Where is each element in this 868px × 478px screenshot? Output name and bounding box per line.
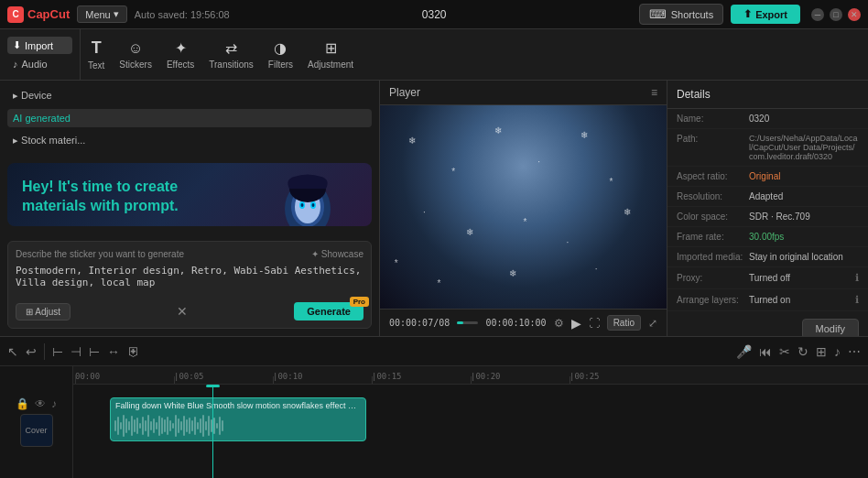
gap-tool[interactable]: ↔: [107, 344, 120, 359]
ratio-button[interactable]: Ratio: [607, 315, 641, 331]
playhead[interactable]: [212, 385, 213, 478]
waveform-bar: [150, 421, 152, 430]
ai-generated-nav-item[interactable]: AI generated: [7, 109, 372, 127]
waveform-bar: [131, 416, 133, 436]
svg-point-6: [312, 203, 315, 207]
logo-icon: C: [7, 6, 24, 23]
play-button[interactable]: ▶: [571, 316, 581, 331]
top-bar: C CapCut Menu ▾ Auto saved: 19:56:08 032…: [0, 0, 868, 29]
menu-button[interactable]: Menu ▾: [77, 5, 127, 23]
framerate-value: 30.00fps: [749, 232, 859, 242]
import-tab[interactable]: ⬇ Import: [7, 37, 72, 54]
arrange-info-icon[interactable]: ℹ: [855, 294, 859, 306]
text-tool[interactable]: T Text: [88, 38, 104, 71]
waveform-bar: [175, 415, 177, 437]
aspect-value: Original: [749, 171, 859, 181]
close-button[interactable]: ✕: [848, 8, 861, 21]
stickers-tool[interactable]: ☺ Stickers: [119, 40, 152, 70]
snowflakes-overlay: ❄ * ❄ · ❄ * · ❄ * · ❄ * ❄ · *: [380, 105, 667, 309]
maximize-button[interactable]: □: [830, 8, 842, 21]
video-clip[interactable]: Falling down White Blue Smooth slow moti…: [110, 397, 366, 441]
audio-label: Audio: [22, 59, 48, 70]
tl-more-btn[interactable]: ⋯: [848, 344, 861, 359]
shortcuts-label: Shortcuts: [671, 9, 713, 20]
detail-path-row: Path: C:/Users/Neha/AppData/Local/CapCut…: [667, 129, 868, 167]
transitions-tool[interactable]: ⇄ Transitions: [209, 39, 254, 70]
timeline-tracks: Falling down White Blue Smooth slow moti…: [73, 385, 868, 478]
eye-icon[interactable]: 👁: [35, 397, 46, 410]
device-nav-item[interactable]: ▸ Device: [7, 86, 372, 105]
tl-split-btn[interactable]: ⊞: [816, 344, 827, 359]
audio-track-icon[interactable]: ♪: [51, 397, 57, 410]
ruler-mark-25: |00:25: [570, 372, 600, 381]
trim-right-tool[interactable]: ⊢: [89, 344, 100, 359]
settings-icon[interactable]: ⚙: [554, 317, 564, 330]
export-label: Export: [755, 9, 787, 20]
adjustment-tool[interactable]: ⊞ Adjustment: [308, 39, 353, 70]
waveform-bar: [169, 420, 171, 431]
mic-btn[interactable]: 🎤: [736, 344, 752, 359]
export-button[interactable]: ⬆ Export: [731, 5, 800, 24]
time-current: 00:00:07/08: [389, 318, 450, 328]
prompt-input[interactable]: Postmodern, Interior design, Retro, Wabi…: [16, 265, 363, 294]
proxy-info-icon[interactable]: ℹ: [855, 272, 859, 284]
cursor-tool[interactable]: ↖: [7, 344, 18, 359]
waveform-bar: [194, 417, 196, 435]
stickers-label: Stickers: [119, 60, 152, 70]
waveform-bar: [123, 415, 125, 437]
trim-left-tool[interactable]: ⊣: [71, 344, 81, 359]
audio-tab[interactable]: ♪ Audio: [7, 56, 72, 72]
bottom-timeline: ↖ ↩ ⊢ ⊣ ⊢ ↔ ⛨ 🎤 ⏮ ✂ ↻ ⊞ ♪ ⋯ 🔒 👁 ♪ Cover: [0, 336, 868, 478]
ruler-line-0: [75, 376, 76, 384]
robot-illustration: [253, 163, 363, 226]
shield-tool[interactable]: ⛨: [127, 344, 140, 359]
shortcuts-button[interactable]: ⌨ Shortcuts: [639, 4, 723, 25]
ruler-mark-10: |00:10: [273, 372, 303, 381]
generate-button[interactable]: Generate Pro: [294, 302, 363, 320]
waveform-bar: [142, 417, 144, 435]
adjust-button[interactable]: ⊞ Adjust: [16, 303, 71, 320]
showcase-link[interactable]: ✦ Showcase: [311, 249, 363, 259]
fullscreen-icon[interactable]: ⤢: [648, 317, 657, 330]
ruler-mark-0: 00:00: [75, 372, 100, 381]
waveform-bar: [139, 423, 141, 429]
minimize-button[interactable]: ─: [811, 8, 824, 21]
tl-cut-btn[interactable]: ✂: [779, 344, 790, 359]
text-icon: T: [92, 38, 102, 58]
clear-icon[interactable]: ✕: [177, 304, 188, 319]
import-icon: ⬇: [13, 39, 21, 51]
path-label: Path:: [677, 134, 745, 161]
imported-value: Stay in original location: [749, 252, 859, 262]
modify-button[interactable]: Modify: [802, 319, 859, 336]
detail-color-row: Color space: SDR · Rec.709: [667, 207, 868, 227]
main-area: ▸ Device AI generated ▸ Stock materi... …: [0, 81, 868, 336]
ai-headline: Hey! It's time to create materials with …: [22, 178, 205, 216]
waveform-bar: [145, 420, 146, 431]
adjustment-icon: ⊞: [325, 39, 337, 57]
waveform-bar: [158, 416, 160, 436]
waveform-bar: [183, 416, 185, 436]
player-menu-icon[interactable]: ≡: [651, 86, 657, 99]
framerate-label: Frame rate:: [677, 232, 745, 242]
waveform-bar: [114, 420, 116, 431]
lock-icon[interactable]: 🔒: [16, 397, 29, 410]
waveform-bar: [161, 418, 163, 434]
generate-label: Generate: [307, 306, 351, 317]
waveform-bar: [125, 418, 127, 433]
waveform-bar: [120, 422, 122, 429]
detail-imported-row: Imported media: Stay in original locatio…: [667, 247, 868, 267]
filters-tool[interactable]: ◑ Filters: [268, 39, 293, 70]
expand-icon[interactable]: ⛶: [589, 317, 600, 330]
waveform-bar: [136, 418, 138, 434]
progress-bar[interactable]: [457, 321, 478, 324]
prev-frame-btn[interactable]: ⏮: [759, 344, 772, 359]
window-controls: ─ □ ✕: [811, 8, 861, 21]
tl-audio-btn[interactable]: ♪: [834, 344, 841, 359]
clip-waveform: // Generate waveform bars inline (functi…: [111, 413, 365, 439]
tl-loop-btn[interactable]: ↻: [797, 344, 808, 359]
timeline-main: 00:00 |00:05 |00:10 |00:15 |00:20 |00:25: [73, 366, 868, 478]
stock-nav-item[interactable]: ▸ Stock materi...: [7, 131, 372, 150]
undo-btn[interactable]: ↩: [26, 344, 37, 359]
effects-tool[interactable]: ✦ Effects: [167, 39, 194, 70]
split-tool[interactable]: ⊢: [52, 344, 63, 359]
